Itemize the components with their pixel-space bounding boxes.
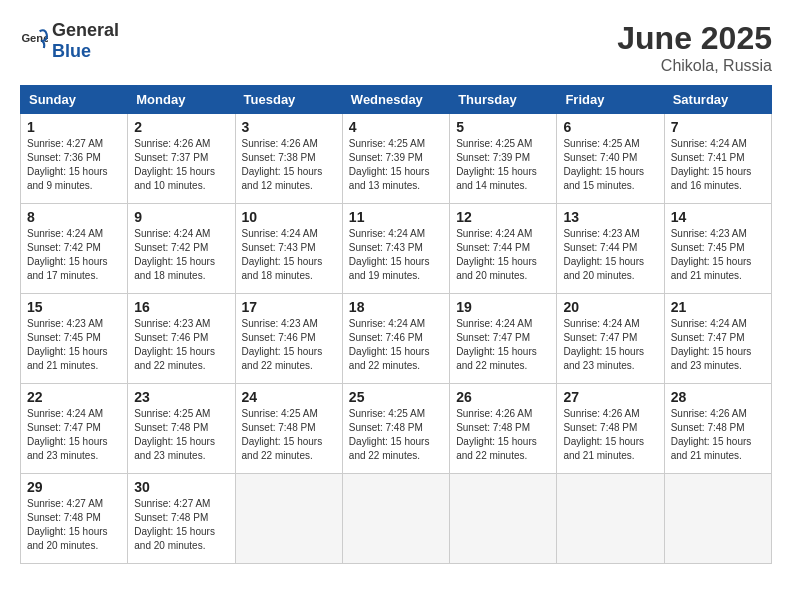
day-24: 24 Sunrise: 4:25 AMSunset: 7:48 PMDaylig… xyxy=(235,384,342,474)
empty-2 xyxy=(342,474,449,564)
calendar-body: 1 Sunrise: 4:27 AMSunset: 7:36 PMDayligh… xyxy=(21,114,772,564)
day-17: 17 Sunrise: 4:23 AMSunset: 7:46 PMDaylig… xyxy=(235,294,342,384)
day-23: 23 Sunrise: 4:25 AMSunset: 7:48 PMDaylig… xyxy=(128,384,235,474)
month-title: June 2025 xyxy=(617,20,772,57)
week-1: 1 Sunrise: 4:27 AMSunset: 7:36 PMDayligh… xyxy=(21,114,772,204)
day-7: 7 Sunrise: 4:24 AMSunset: 7:41 PMDayligh… xyxy=(664,114,771,204)
day-3: 3 Sunrise: 4:26 AMSunset: 7:38 PMDayligh… xyxy=(235,114,342,204)
col-sunday: Sunday xyxy=(21,86,128,114)
day-21: 21 Sunrise: 4:24 AMSunset: 7:47 PMDaylig… xyxy=(664,294,771,384)
day-20: 20 Sunrise: 4:24 AMSunset: 7:47 PMDaylig… xyxy=(557,294,664,384)
day-2: 2 Sunrise: 4:26 AMSunset: 7:37 PMDayligh… xyxy=(128,114,235,204)
day-28: 28 Sunrise: 4:26 AMSunset: 7:48 PMDaylig… xyxy=(664,384,771,474)
header: General General Blue June 2025 Chikola, … xyxy=(20,20,772,75)
day-9: 9 Sunrise: 4:24 AMSunset: 7:42 PMDayligh… xyxy=(128,204,235,294)
col-friday: Friday xyxy=(557,86,664,114)
day-30: 30 Sunrise: 4:27 AMSunset: 7:48 PMDaylig… xyxy=(128,474,235,564)
col-wednesday: Wednesday xyxy=(342,86,449,114)
title-area: June 2025 Chikola, Russia xyxy=(617,20,772,75)
day-11: 11 Sunrise: 4:24 AMSunset: 7:43 PMDaylig… xyxy=(342,204,449,294)
logo-general: General xyxy=(52,20,119,40)
col-tuesday: Tuesday xyxy=(235,86,342,114)
day-25: 25 Sunrise: 4:25 AMSunset: 7:48 PMDaylig… xyxy=(342,384,449,474)
week-2: 8 Sunrise: 4:24 AMSunset: 7:42 PMDayligh… xyxy=(21,204,772,294)
day-15: 15 Sunrise: 4:23 AMSunset: 7:45 PMDaylig… xyxy=(21,294,128,384)
location-title: Chikola, Russia xyxy=(617,57,772,75)
day-1: 1 Sunrise: 4:27 AMSunset: 7:36 PMDayligh… xyxy=(21,114,128,204)
empty-4 xyxy=(557,474,664,564)
empty-1 xyxy=(235,474,342,564)
day-26: 26 Sunrise: 4:26 AMSunset: 7:48 PMDaylig… xyxy=(450,384,557,474)
day-13: 13 Sunrise: 4:23 AMSunset: 7:44 PMDaylig… xyxy=(557,204,664,294)
col-thursday: Thursday xyxy=(450,86,557,114)
col-saturday: Saturday xyxy=(664,86,771,114)
header-row: Sunday Monday Tuesday Wednesday Thursday… xyxy=(21,86,772,114)
day-8: 8 Sunrise: 4:24 AMSunset: 7:42 PMDayligh… xyxy=(21,204,128,294)
logo: General General Blue xyxy=(20,20,119,62)
week-5: 29 Sunrise: 4:27 AMSunset: 7:48 PMDaylig… xyxy=(21,474,772,564)
day-5: 5 Sunrise: 4:25 AMSunset: 7:39 PMDayligh… xyxy=(450,114,557,204)
logo-icon: General xyxy=(20,27,48,55)
day-4: 4 Sunrise: 4:25 AMSunset: 7:39 PMDayligh… xyxy=(342,114,449,204)
logo-blue: Blue xyxy=(52,41,91,61)
day-6: 6 Sunrise: 4:25 AMSunset: 7:40 PMDayligh… xyxy=(557,114,664,204)
day-16: 16 Sunrise: 4:23 AMSunset: 7:46 PMDaylig… xyxy=(128,294,235,384)
day-12: 12 Sunrise: 4:24 AMSunset: 7:44 PMDaylig… xyxy=(450,204,557,294)
day-10: 10 Sunrise: 4:24 AMSunset: 7:43 PMDaylig… xyxy=(235,204,342,294)
day-19: 19 Sunrise: 4:24 AMSunset: 7:47 PMDaylig… xyxy=(450,294,557,384)
day-14: 14 Sunrise: 4:23 AMSunset: 7:45 PMDaylig… xyxy=(664,204,771,294)
day-22: 22 Sunrise: 4:24 AMSunset: 7:47 PMDaylig… xyxy=(21,384,128,474)
empty-3 xyxy=(450,474,557,564)
day-29: 29 Sunrise: 4:27 AMSunset: 7:48 PMDaylig… xyxy=(21,474,128,564)
week-4: 22 Sunrise: 4:24 AMSunset: 7:47 PMDaylig… xyxy=(21,384,772,474)
col-monday: Monday xyxy=(128,86,235,114)
calendar-table: Sunday Monday Tuesday Wednesday Thursday… xyxy=(20,85,772,564)
week-3: 15 Sunrise: 4:23 AMSunset: 7:45 PMDaylig… xyxy=(21,294,772,384)
empty-5 xyxy=(664,474,771,564)
day-18: 18 Sunrise: 4:24 AMSunset: 7:46 PMDaylig… xyxy=(342,294,449,384)
day-27: 27 Sunrise: 4:26 AMSunset: 7:48 PMDaylig… xyxy=(557,384,664,474)
logo-text: General Blue xyxy=(52,20,119,62)
